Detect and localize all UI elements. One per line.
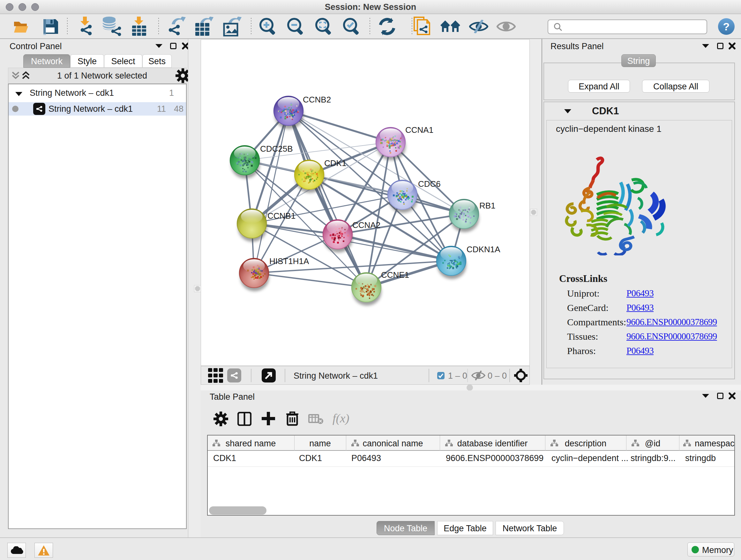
svg-text:CDK1: CDK1 [324,159,346,168]
svg-text:CDC25B: CDC25B [260,144,293,153]
svg-text:CCNB1: CCNB1 [267,211,295,221]
svg-text:CCNA2: CCNA2 [352,220,381,230]
svg-text:CCNA1: CCNA1 [405,125,433,135]
svg-text:CCNE1: CCNE1 [381,270,409,280]
svg-text:RB1: RB1 [479,201,495,210]
svg-text:CDKN1A: CDKN1A [467,245,500,254]
svg-text:CCNB2: CCNB2 [303,95,331,105]
svg-text:HIST1H1A: HIST1H1A [269,256,309,266]
svg-text:CDC6: CDC6 [418,179,441,189]
